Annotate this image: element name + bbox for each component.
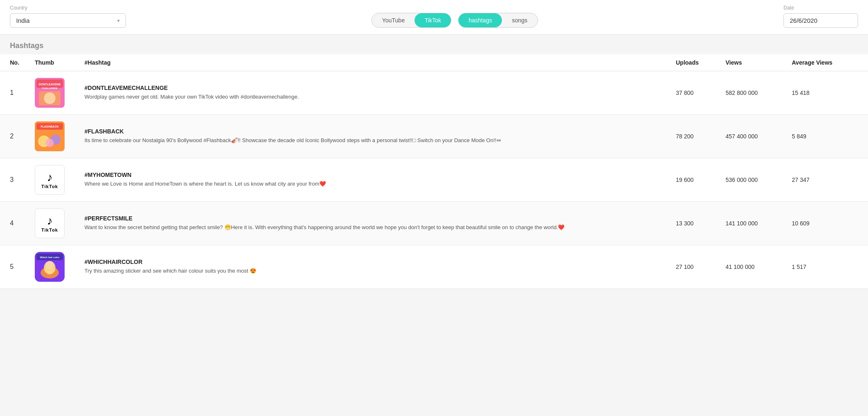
col-header-views: Views bbox=[726, 59, 792, 66]
hashtag-cell: #WHICHHAIRCOLOR Try this amazing sticker… bbox=[84, 259, 676, 275]
thumb-cell: Which hair color bbox=[35, 252, 84, 282]
section-header: Hashtags bbox=[0, 35, 868, 54]
platform-toggle: YouTube TikTok bbox=[371, 13, 451, 28]
row-num: 1 bbox=[10, 89, 35, 97]
thumb-cell: FLASHBACK bbox=[35, 121, 84, 151]
table-row: 2 FLASHBACK #FLASHBACK Its time to celeb… bbox=[0, 115, 868, 158]
thumbnail-image: Which hair color bbox=[35, 252, 65, 282]
tag-desc: Where we Love is Home and HomeTown is wh… bbox=[84, 180, 676, 188]
col-header-uploads: Uploads bbox=[676, 59, 726, 66]
row-num: 5 bbox=[10, 263, 35, 271]
svg-text:Which hair color: Which hair color bbox=[40, 256, 60, 259]
uploads-value: 78 200 bbox=[676, 133, 726, 140]
thumb-cell: ♪ TikTok bbox=[35, 208, 84, 238]
svg-point-5 bbox=[44, 92, 55, 104]
hashtag-cell: #MYHOMETOWN Where we Love is Home and Ho… bbox=[84, 172, 676, 188]
avg-views-value: 1 517 bbox=[792, 264, 858, 270]
table-row: 5 Which hair color #WHICHHAIRCOLOR Try t… bbox=[0, 245, 868, 289]
country-select[interactable]: India ▾ bbox=[10, 13, 126, 28]
table-row: 1 DONTLEAVEME CHALLENGE #DONTLEAVEMECHAL… bbox=[0, 71, 868, 115]
youtube-button[interactable]: YouTube bbox=[372, 13, 415, 27]
tag-desc: Try this amazing sticker and see which h… bbox=[84, 267, 676, 275]
thumb-cell: ♪ TikTok bbox=[35, 165, 84, 195]
col-header-no: No. bbox=[10, 59, 35, 66]
svg-point-17 bbox=[46, 261, 54, 269]
row-num: 3 bbox=[10, 176, 35, 184]
avg-views-value: 15 418 bbox=[792, 89, 858, 96]
avg-views-value: 5 849 bbox=[792, 133, 858, 140]
views-value: 41 100 000 bbox=[726, 264, 792, 270]
svg-text:CHALLENGE: CHALLENGE bbox=[42, 87, 57, 89]
country-filter-group: Country India ▾ bbox=[10, 5, 126, 28]
row-num: 2 bbox=[10, 133, 35, 140]
col-header-avg-views: Average Views bbox=[792, 59, 858, 66]
svg-text:DONTLEAVEME: DONTLEAVEME bbox=[39, 83, 60, 86]
views-value: 141 100 000 bbox=[726, 220, 792, 227]
table-row: 3 ♪ TikTok #MYHOMETOWN Where we Love is … bbox=[0, 158, 868, 202]
date-input[interactable] bbox=[784, 13, 858, 28]
tag-name: #DONTLEAVEMECHALLENGE bbox=[84, 85, 676, 91]
thumbnail-image: ♪ TikTok bbox=[35, 208, 65, 238]
avg-views-value: 10 609 bbox=[792, 220, 858, 227]
songs-button[interactable]: songs bbox=[502, 13, 537, 27]
tag-name: #WHICHHAIRCOLOR bbox=[84, 259, 676, 265]
views-value: 457 400 000 bbox=[726, 133, 792, 140]
table-header-row: No. Thumb #Hashtag Uploads Views Average… bbox=[0, 54, 868, 71]
views-value: 536 000 000 bbox=[726, 177, 792, 183]
country-label: Country bbox=[10, 5, 126, 11]
table-row: 4 ♪ TikTok #PERFECTSMILE Want to know th… bbox=[0, 202, 868, 245]
platform-type-filters: YouTube TikTok hashtags songs bbox=[139, 13, 770, 28]
hashtags-button[interactable]: hashtags bbox=[458, 13, 502, 27]
date-label: Date bbox=[784, 5, 858, 11]
col-header-hashtag: #Hashtag bbox=[84, 59, 676, 66]
hashtag-cell: #DONTLEAVEMECHALLENGE Wordplay games nev… bbox=[84, 85, 676, 101]
tag-desc: Wordplay games never get old. Make your … bbox=[84, 93, 676, 101]
views-value: 582 800 000 bbox=[726, 89, 792, 96]
chevron-down-icon: ▾ bbox=[117, 18, 120, 24]
avg-views-value: 27 347 bbox=[792, 177, 858, 183]
type-toggle: hashtags songs bbox=[458, 13, 538, 28]
tag-desc: Want to know the secret behind getting t… bbox=[84, 223, 676, 232]
svg-text:FLASHBACK: FLASHBACK bbox=[41, 125, 59, 128]
col-header-thumb: Thumb bbox=[35, 59, 84, 66]
thumbnail-image: ♪ TikTok bbox=[35, 165, 65, 195]
date-filter-group: Date bbox=[784, 5, 858, 28]
svg-point-11 bbox=[46, 139, 54, 147]
uploads-value: 19 600 bbox=[676, 177, 726, 183]
uploads-value: 27 100 bbox=[676, 264, 726, 270]
thumb-cell: DONTLEAVEME CHALLENGE bbox=[35, 78, 84, 108]
country-value: India bbox=[16, 17, 30, 24]
tiktok-button[interactable]: TikTok bbox=[415, 13, 451, 27]
row-num: 4 bbox=[10, 220, 35, 227]
uploads-value: 13 300 bbox=[676, 220, 726, 227]
tag-desc: Its time to celebrate our Nostalgia 90's… bbox=[84, 136, 676, 145]
hashtag-cell: #PERFECTSMILE Want to know the secret be… bbox=[84, 215, 676, 232]
tag-name: #PERFECTSMILE bbox=[84, 215, 676, 222]
hashtags-table: No. Thumb #Hashtag Uploads Views Average… bbox=[0, 54, 868, 289]
tag-name: #MYHOMETOWN bbox=[84, 172, 676, 178]
hashtag-cell: #FLASHBACK Its time to celebrate our Nos… bbox=[84, 128, 676, 145]
uploads-value: 37 800 bbox=[676, 89, 726, 96]
tag-name: #FLASHBACK bbox=[84, 128, 676, 135]
thumbnail-image: FLASHBACK bbox=[35, 121, 65, 151]
section-title: Hashtags bbox=[10, 41, 43, 50]
thumbnail-image: DONTLEAVEME CHALLENGE bbox=[35, 78, 65, 108]
top-bar: Country India ▾ YouTube TikTok hashtags … bbox=[0, 0, 868, 35]
